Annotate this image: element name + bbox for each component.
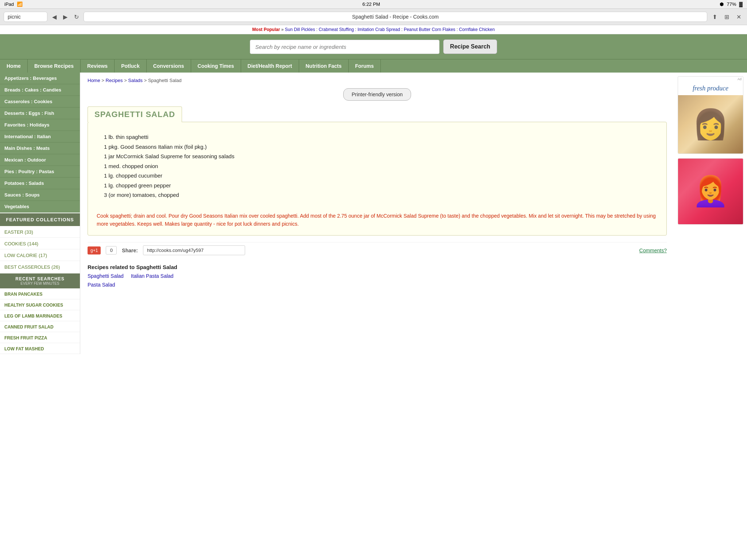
sidebar-link-main-dishes[interactable]: Main Dishes : Meats (4, 145, 76, 151)
recent-search-item[interactable]: FRESH FRUIT PIZZA (0, 332, 80, 343)
collection-low-calorie[interactable]: LOW CALORIE (17) (4, 253, 47, 258)
nav-browse[interactable]: Browse Recipes (28, 59, 81, 73)
share-url-input[interactable] (143, 245, 245, 255)
share-section: g+1 0 Share: Comments? (88, 242, 667, 258)
sidebar-item[interactable]: Potatoes : Salads (0, 178, 80, 189)
sidebar-link-international[interactable]: International : Italian (4, 134, 76, 139)
recent-search-item[interactable]: HEALTHY SUGAR COOKIES (0, 299, 80, 310)
browser-chrome: ◀ ▶ ↻ Spaghetti Salad - Recipe - Cooks.c… (0, 9, 747, 25)
recent-search-item[interactable]: LOW FAT MASHED (0, 343, 80, 354)
recent-search-low-fat[interactable]: LOW FAT MASHED (4, 346, 44, 351)
ad-image-woman-2[interactable] (678, 159, 743, 224)
sidebar-link-vegetables[interactable]: Vegetables (4, 204, 76, 209)
sidebar-item[interactable]: Favorites : Holidays (0, 119, 80, 131)
sidebar-item[interactable]: Sauces : Soups (0, 189, 80, 201)
main-navigation: Home Browse Recipes Reviews Potluck Conv… (0, 59, 747, 73)
recent-search-bran[interactable]: BRAN PANCAKES (4, 292, 42, 297)
nav-conversions[interactable]: Conversions (147, 59, 191, 73)
ad-image-woman-1[interactable] (678, 95, 743, 153)
recent-search-lamb[interactable]: LEG OF LAMB MARINADES (4, 314, 62, 319)
collection-best-casseroles[interactable]: BEST CASSEROLES (26) (4, 264, 60, 270)
ingredient-7: 3 (or more) tomatoes, chopped (104, 191, 650, 199)
tabs-button[interactable]: ⊞ (722, 13, 731, 21)
address-bar-input[interactable] (4, 12, 47, 22)
forward-button[interactable]: ▶ (61, 13, 69, 21)
recipe-title: SPAGHETTI SALAD (94, 110, 175, 119)
nav-forums[interactable]: Forums (349, 59, 381, 73)
site-header: Recipe Search (0, 34, 747, 59)
status-bar: iPad 📶 6:22 PM ⬢ 77% ▓ (0, 0, 747, 9)
related-link-3[interactable]: Pasta Salad (88, 282, 115, 288)
close-button[interactable]: ✕ (734, 13, 743, 21)
recent-search-item[interactable]: LEG OF LAMB MARINADES (0, 310, 80, 321)
comments-link[interactable]: Comments? (639, 248, 667, 253)
nav-potluck[interactable]: Potluck (115, 59, 147, 73)
ingredient-5: 1 lg. chopped cucumber (104, 172, 650, 180)
nav-nutrition[interactable]: Nutrition Facts (299, 59, 349, 73)
collection-item[interactable]: BEST CASSEROLES (26) (0, 261, 80, 273)
url-bar: Spaghetti Salad - Recipe - Cooks.com (84, 12, 707, 22)
collection-item[interactable]: COOKIES (144) (0, 238, 80, 249)
printer-friendly-button[interactable]: Printer-friendly version (343, 88, 411, 101)
recent-search-fruit-pizza[interactable]: FRESH FRUIT PIZZA (4, 335, 47, 341)
sidebar-link-favorites[interactable]: Favorites : Holidays (4, 122, 76, 128)
search-button[interactable]: Recipe Search (443, 39, 497, 54)
recent-search-canned-fruit[interactable]: CANNED FRUIT SALAD (4, 324, 54, 330)
sidebar-link-appetizers[interactable]: Appetizers : Beverages (4, 75, 76, 81)
ad-title: fresh produce (678, 82, 743, 95)
collection-item[interactable]: LOW CALORIE (17) (0, 249, 80, 261)
sidebar-link-mexican[interactable]: Mexican : Outdoor (4, 157, 76, 163)
popular-link-4[interactable]: Peanut Butter Corn Flakes (404, 27, 455, 32)
popular-link-3[interactable]: Imitation Crab Spread (357, 27, 400, 32)
nav-home[interactable]: Home (0, 59, 28, 73)
sidebar-link-potatoes[interactable]: Potatoes : Salads (4, 180, 76, 186)
sidebar-item[interactable]: Pies : Poultry : Pastas (0, 166, 80, 178)
collection-easter[interactable]: EASTER (33) (4, 229, 33, 235)
google-plus-button[interactable]: g+1 (88, 246, 101, 254)
sidebar-item[interactable]: Breads : Cakes : Candies (0, 84, 80, 96)
breadcrumb-salads[interactable]: Salads (128, 78, 143, 83)
sidebar-item[interactable]: Desserts : Eggs : Fish (0, 108, 80, 119)
related-link-2[interactable]: Italian Pasta Salad (131, 273, 174, 279)
popular-link-1[interactable]: Sun Dill Pickles (285, 27, 315, 32)
sidebar-link-breads[interactable]: Breads : Cakes : Candies (4, 87, 76, 93)
ingredient-3: 1 jar McCormick Salad Supreme for season… (104, 152, 650, 161)
reload-button[interactable]: ↻ (72, 13, 81, 21)
breadcrumb-recipes[interactable]: Recipes (106, 78, 123, 83)
share-button[interactable]: ⬆ (710, 13, 719, 21)
featured-collections-title: FEATURED COLLECTIONS (4, 217, 76, 222)
recent-search-item[interactable]: CANNED FRUIT SALAD (0, 321, 80, 332)
sidebar-item[interactable]: Vegetables (0, 201, 80, 213)
sidebar-item[interactable]: Main Dishes : Meats (0, 143, 80, 154)
back-button[interactable]: ◀ (50, 13, 58, 21)
wifi-icon: 📶 (17, 1, 23, 7)
breadcrumb: Home > Recipes > Salads > Spaghetti Sala… (88, 78, 667, 83)
sidebar-link-pies[interactable]: Pies : Poultry : Pastas (4, 169, 76, 174)
bluetooth-icon: ⬢ (720, 1, 724, 7)
sidebar-item[interactable]: Appetizers : Beverages (0, 73, 80, 84)
sidebar-link-sauces[interactable]: Sauces : Soups (4, 192, 76, 198)
popular-link-2[interactable]: Crabmeat Stuffing (319, 27, 354, 32)
battery-icon: ▓ (739, 1, 743, 7)
nav-diet[interactable]: Diet/Health Report (241, 59, 299, 73)
recent-search-sugar-cookies[interactable]: HEALTHY SUGAR COOKIES (4, 303, 63, 308)
main-content: Home > Recipes > Salads > Spaghetti Sala… (80, 73, 674, 354)
recipe-title-tab: SPAGHETTI SALAD (88, 106, 182, 122)
collection-item[interactable]: EASTER (33) (0, 226, 80, 238)
search-input[interactable] (250, 40, 440, 54)
ingredient-2: 1 pkg. Good Seasons Italian mix (foil pk… (104, 143, 650, 151)
recent-search-item[interactable]: BRAN PANCAKES (0, 288, 80, 299)
sidebar-item[interactable]: Mexican : Outdoor (0, 154, 80, 166)
collection-cookies[interactable]: COOKIES (144) (4, 241, 38, 246)
sidebar-item[interactable]: International : Italian (0, 131, 80, 143)
popular-link-5[interactable]: Cornflake Chicken (459, 27, 495, 32)
related-recipe-name: Spaghetti Salad (136, 264, 177, 270)
breadcrumb-home[interactable]: Home (88, 78, 100, 83)
nav-cooking-times[interactable]: Cooking Times (191, 59, 241, 73)
sidebar-link-casseroles[interactable]: Casseroles : Cookies (4, 99, 76, 104)
featured-collections-header: FEATURED COLLECTIONS (0, 213, 80, 226)
nav-reviews[interactable]: Reviews (81, 59, 115, 73)
sidebar-link-desserts[interactable]: Desserts : Eggs : Fish (4, 110, 76, 116)
sidebar-item[interactable]: Casseroles : Cookies (0, 96, 80, 108)
related-link-1[interactable]: Spaghetti Salad (88, 273, 124, 279)
